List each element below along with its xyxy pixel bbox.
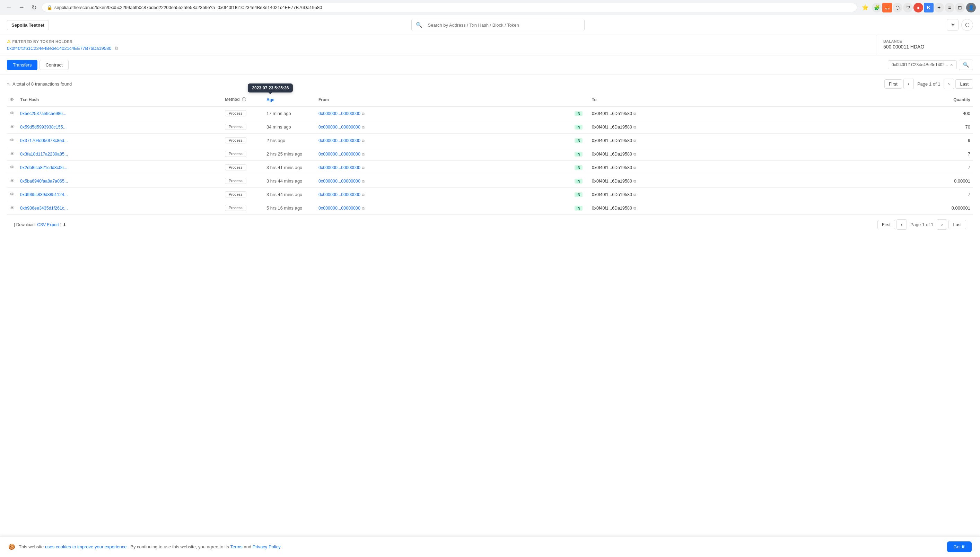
tab-transfers[interactable]: Transfers [7,60,38,70]
age-text: 3 hrs 41 mins ago [266,165,302,170]
top-first-button[interactable]: First [884,79,902,89]
eth-button[interactable]: ⬡ [961,19,973,31]
balance-section: BALANCE 500.000011 HDAO [876,35,980,55]
from-link[interactable]: 0x000000...00000000 [318,165,360,170]
ext-icon-5[interactable]: ● [913,3,923,13]
copy-from-button[interactable]: ⧉ [362,192,365,197]
download-end: ] [60,222,61,227]
method-badge: Process [225,178,246,184]
copy-from-button[interactable]: ⧉ [362,125,365,130]
row-eye-icon[interactable]: 👁 [10,124,15,130]
ext-icon-2[interactable]: 🦊 [882,3,892,13]
row-eye-icon[interactable]: 👁 [10,111,15,116]
top-next-button[interactable]: › [944,79,954,89]
chip-close-button[interactable]: × [950,62,953,68]
method-badge: Process [225,137,246,143]
copy-from-button[interactable]: ⧉ [362,138,365,143]
txhash-link[interactable]: 0x2dbf6ca821cdd8c06... [20,165,67,170]
row-eye-icon[interactable]: 👁 [10,205,15,211]
ext-icon-1[interactable]: 🧩 [872,3,882,13]
from-link[interactable]: 0x000000...00000000 [318,125,360,130]
tx-count: ⇅ A total of 8 transactions found [7,81,72,86]
ext-icon-4[interactable]: 🛡 [903,3,913,13]
forward-button[interactable]: → [16,3,26,13]
table-row: 👁 0x371704d050f73c8ed... Process 2 hrs a… [7,134,973,147]
bottom-page-info: Page 1 of 1 [908,222,936,227]
th-age[interactable]: Age 2023-07-23 5:35:36 [264,93,316,106]
method-badge: Process [225,164,246,170]
tab-contract[interactable]: Contract [39,60,68,70]
table-search-button[interactable]: 🔍 [959,60,973,70]
theme-toggle-button[interactable]: ☀ [947,19,959,31]
ext-icon-7[interactable]: ✦ [934,3,944,13]
copy-to-button[interactable]: ⧉ [633,125,636,130]
from-link[interactable]: 0x000000...00000000 [318,192,360,197]
copy-from-button[interactable]: ⧉ [362,166,365,170]
txhash-link[interactable]: 0x3fa18d117a2230a85... [20,152,68,156]
direction-badge: IN [574,192,582,197]
to-text: 0x0f40f1...6Da19580 [592,179,632,184]
txhash-link[interactable]: 0x59d5d5993938c155... [20,125,67,130]
row-eye-icon[interactable]: 👁 [10,178,15,184]
extensions-button[interactable]: ⭐ [860,2,871,13]
copy-to-button[interactable]: ⧉ [633,192,636,197]
search-bar: 🔍 [411,19,585,31]
row-eye-icon[interactable]: 👁 [10,151,15,156]
filter-address-link[interactable]: 0x0f40f1f61C234e4Be3e14021c4EE77B76Da195… [7,46,111,51]
from-link[interactable]: 0x000000...00000000 [318,152,360,156]
from-link[interactable]: 0x000000...00000000 [318,138,360,143]
age-text: 2 hrs 25 mins ago [266,151,302,156]
bottom-next-button[interactable]: › [937,219,947,230]
txhash-link[interactable]: 0xdf965c839d8851124... [20,192,68,197]
copy-address-button[interactable]: ⧉ [113,46,119,51]
bottom-prev-button[interactable]: ‹ [897,219,907,230]
from-link[interactable]: 0x000000...00000000 [318,179,360,184]
csv-export-link[interactable]: CSV Export [37,222,59,227]
address-bar: 🔒 sepolia.etherscan.io/token/0xd5c2299ab… [42,3,857,12]
top-prev-button[interactable]: ‹ [903,79,914,89]
ext-icon-3[interactable]: ⬡ [893,3,902,13]
copy-from-button[interactable]: ⧉ [362,206,365,211]
direction-badge: IN [574,179,582,184]
copy-to-button[interactable]: ⧉ [633,166,636,170]
balance-value: 500.000011 HDAO [883,44,973,49]
ext-icon-8[interactable]: ≡ [945,3,954,13]
method-info-icon[interactable]: ⓘ [242,97,246,102]
copy-to-button[interactable]: ⧉ [633,206,636,211]
row-eye-icon[interactable]: 👁 [10,137,15,143]
table-row: 👁 0x2dbf6ca821cdd8c06... Process 3 hrs 4… [7,161,973,174]
from-link[interactable]: 0x000000...00000000 [318,206,360,211]
copy-to-button[interactable]: ⧉ [633,112,636,116]
txhash-link[interactable]: 0x5ec2537ae9c5e986... [20,111,66,116]
row-eye-icon[interactable]: 👁 [10,192,15,197]
table-row: 👁 0x5ba6940faa8a7a065... Process 3 hrs 4… [7,174,973,188]
txhash-link[interactable]: 0xb936ee3435d1f261c... [20,206,68,211]
row-eye-icon[interactable]: 👁 [10,164,15,170]
top-last-button[interactable]: Last [956,79,973,89]
copy-from-button[interactable]: ⧉ [362,152,365,156]
method-badge: Process [225,205,246,211]
txhash-link[interactable]: 0x5ba6940faa8a7a065... [20,179,68,184]
ext-icon-9[interactable]: ⊡ [955,3,965,13]
copy-from-button[interactable]: ⧉ [362,179,365,184]
search-input[interactable] [427,20,584,31]
direction-badge: IN [574,111,582,116]
copy-to-button[interactable]: ⧉ [633,138,636,143]
bottom-first-button[interactable]: First [877,220,895,229]
copy-to-button[interactable]: ⧉ [633,152,636,156]
reload-button[interactable]: ↻ [29,3,39,13]
copy-to-button[interactable]: ⧉ [633,179,636,184]
qty-text: 7 [968,192,970,197]
th-direction [572,93,589,106]
ext-icon-6[interactable]: K [924,3,934,13]
from-link[interactable]: 0x000000...00000000 [318,111,360,116]
bottom-pagination: First ‹ Page 1 of 1 › Last [877,219,966,230]
app-header: Sepolia Testnet 🔍 ☀ ⬡ [0,15,980,35]
copy-from-button[interactable]: ⧉ [362,112,365,116]
table-row: 👁 0x3fa18d117a2230a85... Process 2 hrs 2… [7,147,973,161]
user-avatar[interactable]: 👤 [966,3,976,13]
bottom-last-button[interactable]: Last [949,220,966,229]
txhash-link[interactable]: 0x371704d050f73c8ed... [20,138,68,143]
table-row: 👁 0xb936ee3435d1f261c... Process 5 hrs 1… [7,201,973,215]
back-button[interactable]: ← [4,3,14,13]
